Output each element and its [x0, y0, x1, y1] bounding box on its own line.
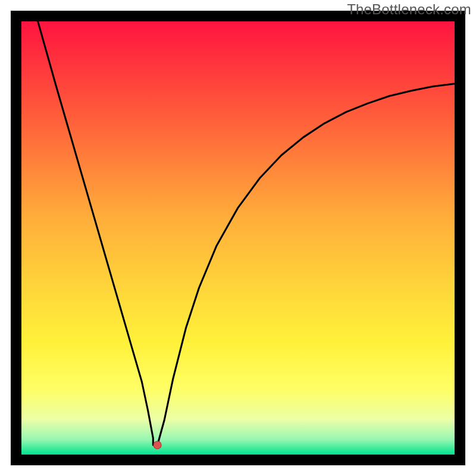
bottleneck-curve	[38, 21, 455, 445]
minimum-dot-icon	[154, 441, 161, 449]
watermark-text: TheBottleneck.com	[347, 1, 471, 18]
curve-layer	[21, 21, 455, 455]
chart-root: TheBottleneck.com	[0, 0, 476, 476]
chart-frame	[11, 11, 465, 465]
